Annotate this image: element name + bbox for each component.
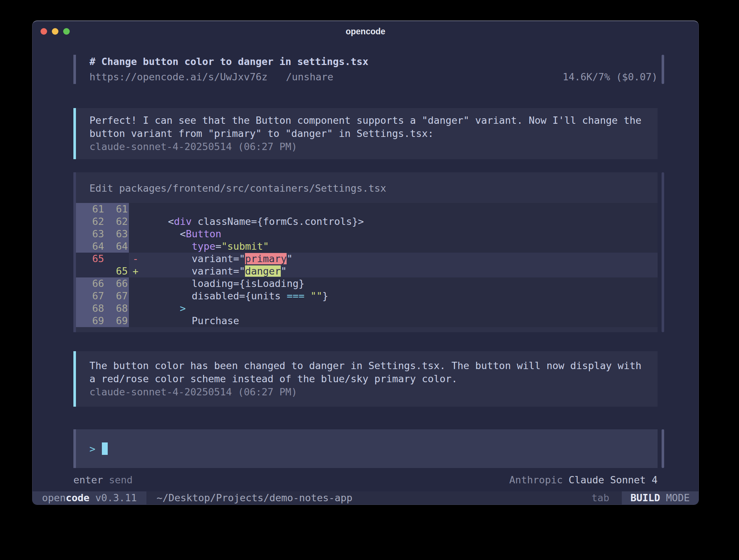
model-name: Claude Sonnet 4	[568, 474, 658, 486]
line-number-old: 61	[76, 203, 104, 215]
code-segment: "submit"	[221, 241, 269, 252]
line-number-new: 61	[104, 203, 128, 215]
send-action-hint: send	[109, 474, 133, 486]
line-number-old	[76, 265, 104, 277]
prompt-right-bar	[662, 429, 664, 468]
help-row: entersend AnthropicClaude Sonnet 4	[73, 474, 658, 486]
code-segment: Purchase	[144, 315, 239, 326]
screen: opencode # Change button color to danger…	[0, 0, 739, 560]
diff-code-line: - variant="primary"	[129, 253, 658, 265]
code-segment: <	[144, 228, 186, 239]
code-segment: "	[281, 265, 287, 277]
diff-row: 6161	[76, 203, 658, 215]
code-segment: variant="	[144, 253, 245, 264]
code-segment	[144, 303, 180, 314]
line-number-new: 62	[104, 215, 128, 228]
assistant-message-meta: claude-sonnet-4-20250514 (06:27 PM)	[89, 386, 643, 399]
line-number-new: 67	[104, 290, 128, 302]
provider-name: Anthropic	[509, 474, 563, 486]
diff-code-line	[129, 203, 658, 215]
diff-row: 65- variant="primary"	[76, 253, 658, 265]
diff-row: 6464 type="submit"	[76, 240, 658, 253]
diff-gutter: 6666	[76, 277, 129, 290]
window-title: opencode	[32, 27, 698, 37]
unshare-command[interactable]: /unshare	[286, 71, 333, 83]
share-url-group: https://opencode.ai/s/UwJxv76z /unshare	[89, 70, 333, 84]
diff-row: 6666 loading={isLoading}	[76, 277, 658, 290]
line-number-old: 64	[76, 240, 104, 253]
mode-chip[interactable]: BUILDMODE	[622, 491, 698, 505]
line-number-old: 62	[76, 215, 104, 228]
code-segment: variant="	[144, 265, 245, 277]
diff-code-line: + variant="danger"	[129, 265, 658, 277]
prompt-symbol: >	[89, 443, 95, 454]
text-cursor	[102, 442, 108, 455]
status-bar: opencode v0.3.11 ~/Desktop/Projects/demo…	[32, 491, 698, 505]
send-hint: entersend	[73, 474, 133, 486]
code-segment: disabled={units	[144, 290, 287, 302]
line-number-old: 65	[76, 253, 104, 265]
assistant-message-text: Perfect! I can see that the Button compo…	[89, 114, 643, 140]
diff-row: 6868 >	[76, 302, 658, 315]
line-number-old: 69	[76, 315, 104, 327]
line-number-new	[104, 253, 128, 265]
tab-key-hint: tab	[591, 491, 609, 505]
diff-gutter: 6363	[76, 228, 129, 240]
assistant-message: Perfect! I can see that the Button compo…	[73, 108, 658, 159]
line-number-old: 63	[76, 228, 104, 240]
code-segment: danger	[245, 265, 281, 277]
line-number-new: 64	[104, 240, 128, 253]
enter-key-hint: enter	[73, 474, 103, 486]
diff-code-line: loading={isLoading}	[129, 277, 658, 290]
code-segment: >	[180, 303, 186, 314]
line-number-new: 66	[104, 277, 128, 290]
app-name-code: code	[66, 491, 89, 505]
diff-row: 6363 <Button	[76, 228, 658, 240]
code-segment: ""	[310, 290, 322, 302]
share-url[interactable]: https://opencode.ai/s/UwJxv76z	[89, 71, 268, 83]
diff-marker: -	[133, 253, 138, 265]
code-segment	[305, 290, 310, 302]
code-segment: ===	[287, 290, 305, 302]
code-segment: primary	[245, 253, 287, 264]
edit-diff-block: Edit packages/frontend/src/containers/Se…	[73, 172, 658, 332]
diff-marker: +	[133, 265, 138, 277]
diff-rows: 61616262 <div className={formCs.controls…	[76, 203, 658, 327]
code-segment: <	[144, 216, 174, 227]
assistant-message-text: The button color has been changed to dan…	[89, 359, 643, 386]
code-segment: div	[174, 216, 192, 227]
code-segment: type	[192, 241, 215, 252]
line-number-old: 66	[76, 277, 104, 290]
diff-code-line: >	[129, 302, 658, 315]
line-number-new: 63	[104, 228, 128, 240]
session-title: # Change button color to danger in setti…	[89, 55, 658, 69]
diff-code-line: type="submit"	[129, 240, 658, 253]
diff-gutter: 6969	[76, 315, 129, 327]
session-subtitle: https://opencode.ai/s/UwJxv76z /unshare …	[89, 70, 658, 84]
code-segment: loading={isLoading}	[144, 278, 305, 289]
diff-gutter: 6161	[76, 203, 129, 215]
code-segment: "	[287, 253, 292, 264]
diff-gutter: 6262	[76, 215, 129, 228]
token-usage: 14.6K/7% ($0.07)	[563, 70, 658, 84]
app-version-chip: opencode v0.3.11	[32, 491, 146, 505]
line-number-new: 69	[104, 315, 128, 327]
prompt-input[interactable]: >	[73, 429, 658, 468]
line-number-new: 65	[104, 265, 128, 277]
mode-value: BUILD	[631, 491, 660, 505]
diff-code-line: Purchase	[129, 315, 658, 327]
diff-gutter: 65	[76, 265, 129, 277]
code-segment: }	[322, 290, 328, 302]
diff-row: 6969 Purchase	[76, 315, 658, 327]
diff-gutter: 6868	[76, 302, 129, 315]
line-number-new: 68	[104, 302, 128, 315]
line-number-old: 67	[76, 290, 104, 302]
assistant-message-meta: claude-sonnet-4-20250514 (06:27 PM)	[89, 140, 643, 153]
app-name-open: open	[42, 491, 66, 505]
diff-gutter: 65	[76, 253, 129, 265]
session-header: # Change button color to danger in setti…	[73, 55, 658, 84]
opencode-window: opencode # Change button color to danger…	[32, 20, 699, 505]
diff-title: Edit packages/frontend/src/containers/Se…	[76, 172, 658, 203]
code-segment	[144, 241, 192, 252]
diff-scrollbar	[662, 172, 664, 332]
